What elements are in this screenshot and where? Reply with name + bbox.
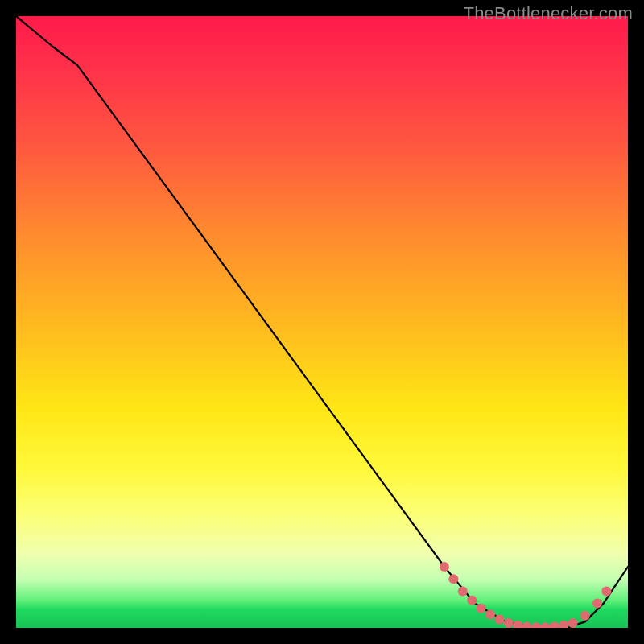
marker-dot [540, 622, 550, 628]
marker-dot [513, 621, 522, 628]
marker-dot [448, 574, 458, 584]
chart-svg [16, 16, 628, 628]
marker-dot [494, 614, 504, 624]
marker-dot [592, 599, 602, 609]
marker-dot [580, 611, 590, 621]
marker-dot [485, 609, 495, 619]
marker-dot [477, 604, 486, 613]
marker-dot [522, 622, 532, 629]
watermark-text: TheBottlenecker.com [464, 3, 633, 24]
marker-dot [559, 621, 568, 628]
marker-dot [440, 562, 449, 572]
marker-dot [504, 618, 514, 628]
chart-stage: TheBottlenecker.com [0, 0, 644, 644]
plot-area [16, 16, 628, 628]
marker-group [440, 562, 611, 628]
marker-dot [531, 622, 541, 628]
marker-dot [550, 622, 559, 629]
marker-dot [467, 596, 477, 605]
curve-line [16, 16, 628, 628]
marker-dot [601, 586, 611, 596]
marker-dot [568, 618, 578, 628]
marker-dot [458, 586, 468, 596]
